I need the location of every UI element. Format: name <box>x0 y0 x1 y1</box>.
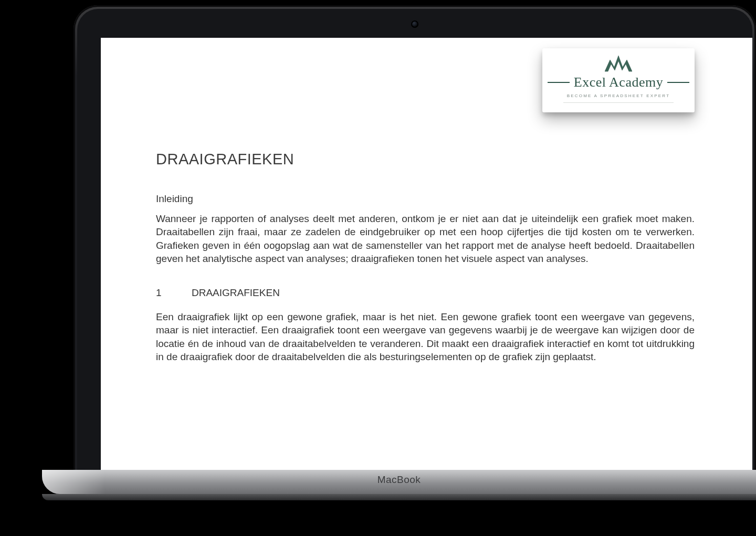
laptop-base-top: MacBook <box>42 470 756 494</box>
logo-title: Excel Academy <box>574 75 663 90</box>
section-1-heading: 1 DRAAIGRAFIEKEN <box>156 287 695 299</box>
logo-underline <box>563 102 674 103</box>
intro-heading: Inleiding <box>156 193 695 205</box>
section-1-number: 1 <box>156 287 166 299</box>
brand-logo-card: Excel Academy BECOME A SPREADSHEET EXPER… <box>542 48 695 112</box>
section-1-title: DRAAIGRAFIEKEN <box>192 287 280 299</box>
laptop-screen: Excel Academy BECOME A SPREADSHEET EXPER… <box>101 38 752 471</box>
logo-tagline: BECOME A SPREADSHEET EXPERT <box>548 93 689 98</box>
logo-rule-right <box>667 82 689 83</box>
document-content: DRAAIGRAFIEKEN Inleiding Wanneer je rapp… <box>156 151 695 363</box>
logo-rule-left <box>548 82 570 83</box>
laptop-lid: Excel Academy BECOME A SPREADSHEET EXPER… <box>74 5 756 475</box>
crown-icon <box>605 56 632 72</box>
logo-title-row: Excel Academy <box>548 75 689 90</box>
laptop-bezel: Excel Academy BECOME A SPREADSHEET EXPER… <box>77 9 752 471</box>
laptop-mockup: Excel Academy BECOME A SPREADSHEET EXPER… <box>42 0 756 536</box>
laptop-base-edge <box>42 494 756 500</box>
intro-paragraph: Wanneer je rapporten of analyses deelt m… <box>156 212 695 265</box>
section-1-paragraph: Een draaigrafiek lijkt op een gewone gra… <box>156 310 695 363</box>
document-page: Excel Academy BECOME A SPREADSHEET EXPER… <box>101 38 752 471</box>
svg-marker-0 <box>605 56 632 71</box>
base-highlight <box>42 470 105 494</box>
page-title: DRAAIGRAFIEKEN <box>156 151 695 168</box>
laptop-base: MacBook <box>42 470 756 508</box>
device-label: MacBook <box>377 474 421 486</box>
camera-icon <box>411 20 418 28</box>
